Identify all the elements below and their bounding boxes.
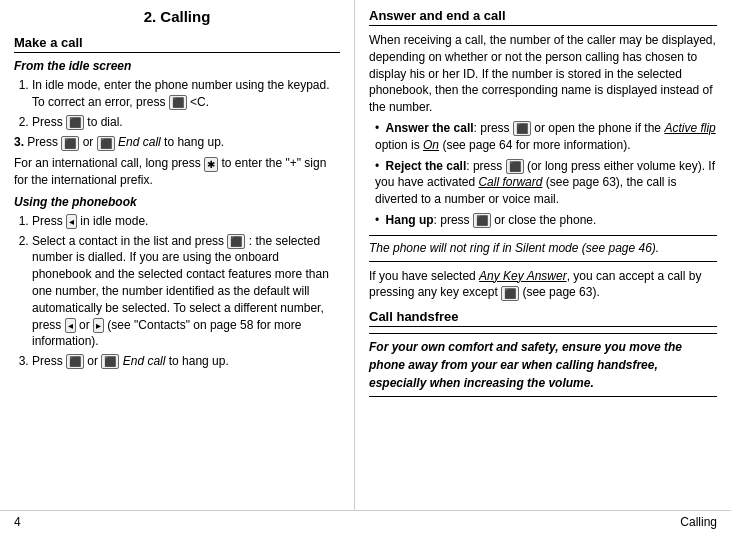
hang-up-label: Hang up bbox=[386, 213, 434, 227]
phonebook-steps: Press ◂ in idle mode. Select a contact i… bbox=[32, 213, 340, 370]
footer-section-name: Calling bbox=[680, 515, 717, 529]
reject-call-item: Reject the call: press ⬛ (or long press … bbox=[373, 158, 717, 208]
dial-key: ⬛ bbox=[66, 115, 84, 130]
step-1: In idle mode, enter the phone number usi… bbox=[32, 77, 340, 111]
pb-step1-text: Press ◂ in idle mode. bbox=[32, 214, 148, 228]
intl-note: For an international call, long press ✱ … bbox=[14, 155, 340, 189]
except-key: ⬛ bbox=[501, 286, 519, 301]
star-key: ✱ bbox=[204, 157, 218, 172]
silent-note-text: The phone will not ring if in Silent mod… bbox=[369, 241, 659, 255]
answer-heading: Answer and end a call bbox=[369, 8, 717, 26]
end-key4: ⬛ bbox=[101, 354, 119, 369]
footer-bar: 4 Calling bbox=[0, 510, 731, 533]
call-key: ⬛ bbox=[513, 121, 531, 136]
handsfree-note: For your own comfort and safety, ensure … bbox=[369, 333, 717, 397]
answer-body: When receiving a call, the number of the… bbox=[369, 32, 717, 116]
answer-call-label: Answer the call bbox=[386, 121, 474, 135]
end-call-1: End call bbox=[118, 135, 161, 149]
nav-left: ◂ bbox=[65, 318, 76, 333]
active-flip: Active flip bbox=[664, 121, 715, 135]
step3-num: 3. bbox=[14, 135, 24, 149]
using-phonebook-heading: Using the phonebook bbox=[14, 195, 340, 209]
pb-step-3: Press ⬛ or ⬛ End call to hang up. bbox=[32, 353, 340, 370]
pb-step2-text: Select a contact in the list and press ⬛… bbox=[32, 234, 329, 349]
reject-key: ⬛ bbox=[506, 159, 524, 174]
answer-call-item: Answer the call: press ⬛ or open the pho… bbox=[373, 120, 717, 154]
end-call-2: End call bbox=[123, 354, 166, 368]
from-idle-heading: From the idle screen bbox=[14, 59, 340, 73]
end-key: ⬛ bbox=[61, 136, 79, 151]
hang-up-item: Hang up: press ⬛ or close the phone. bbox=[373, 212, 717, 229]
make-call-heading: Make a call bbox=[14, 35, 340, 53]
left-column: 2. Calling Make a call From the idle scr… bbox=[0, 0, 355, 510]
content-area: 2. Calling Make a call From the idle scr… bbox=[0, 0, 731, 510]
call-options: Answer the call: press ⬛ or open the pho… bbox=[373, 120, 717, 229]
from-idle-steps: In idle mode, enter the phone number usi… bbox=[32, 77, 340, 130]
ok-key: ⬛ bbox=[227, 234, 245, 249]
end-key2: ⬛ bbox=[97, 136, 115, 151]
any-key-answer: Any Key Answer bbox=[479, 269, 567, 283]
end-key3: ⬛ bbox=[66, 354, 84, 369]
right-column: Answer and end a call When receiving a c… bbox=[355, 0, 731, 510]
pb-step-1: Press ◂ in idle mode. bbox=[32, 213, 340, 230]
reject-label: Reject the call bbox=[386, 159, 467, 173]
step2-text: Press ⬛ to dial. bbox=[32, 115, 123, 129]
on-label: On bbox=[423, 138, 439, 152]
step3-text: 3. Press ⬛ or ⬛ End call to hang up. bbox=[14, 134, 340, 151]
silent-mode-note: The phone will not ring if in Silent mod… bbox=[369, 235, 717, 262]
any-key-note: If you have selected Any Key Answer, you… bbox=[369, 268, 717, 302]
pb-step-2: Select a contact in the list and press ⬛… bbox=[32, 233, 340, 351]
pb-step3-text: Press ⬛ or ⬛ End call to hang up. bbox=[32, 354, 229, 368]
nav-key-left: ◂ bbox=[66, 214, 77, 229]
step1-text: In idle mode, enter the phone number usi… bbox=[32, 78, 330, 109]
page-container: 2. Calling Make a call From the idle scr… bbox=[0, 0, 731, 533]
back-key-label: <C bbox=[190, 95, 206, 109]
nav-right: ▸ bbox=[93, 318, 104, 333]
call-forward: Call forward bbox=[478, 175, 542, 189]
step-2: Press ⬛ to dial. bbox=[32, 114, 340, 131]
handsfree-heading: Call handsfree bbox=[369, 309, 717, 327]
hangup-key: ⬛ bbox=[473, 213, 491, 228]
back-key: ⬛ bbox=[169, 95, 187, 110]
page-title: 2. Calling bbox=[14, 8, 340, 25]
footer-page-number: 4 bbox=[14, 515, 21, 529]
